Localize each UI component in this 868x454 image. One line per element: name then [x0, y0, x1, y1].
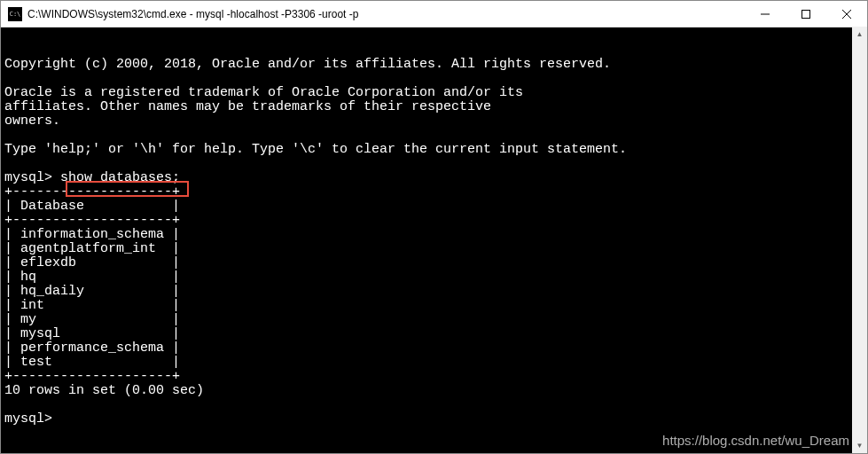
- cmd-window: C:\WINDOWS\system32\cmd.exe - mysql -hlo…: [0, 0, 868, 454]
- vertical-scrollbar[interactable]: ▲ ▼: [852, 27, 867, 453]
- result-line: 10 rows in set (0.00 sec): [4, 383, 204, 398]
- table-row: | agentplatform_int |: [4, 241, 180, 256]
- terminal[interactable]: Copyright (c) 2000, 2018, Oracle and/or …: [1, 27, 867, 453]
- maximize-icon: [802, 10, 810, 19]
- scroll-up-arrow-icon[interactable]: ▲: [852, 27, 867, 42]
- table-row: | eflexdb |: [4, 255, 180, 270]
- cmd-icon: [8, 7, 22, 21]
- window-controls: [745, 1, 867, 27]
- titlebar: C:\WINDOWS\system32\cmd.exe - mysql -hlo…: [1, 1, 867, 27]
- maximize-button[interactable]: [786, 1, 826, 27]
- terminal-content: Copyright (c) 2000, 2018, Oracle and/or …: [4, 58, 864, 427]
- mysql-prompt-2: mysql>: [4, 411, 52, 427]
- trademark-line-3: owners.: [4, 114, 60, 129]
- table-row: | hq |: [4, 270, 180, 285]
- trademark-line-1: Oracle is a registered trademark of Orac…: [4, 85, 523, 100]
- table-border-top: +--------------------+: [4, 184, 180, 200]
- minimize-icon: [761, 10, 770, 19]
- copyright-line: Copyright (c) 2000, 2018, Oracle and/or …: [4, 57, 611, 72]
- svg-rect-1: [802, 10, 810, 18]
- table-border-bot: +--------------------+: [4, 369, 180, 384]
- help-line: Type 'help;' or '\h' for help. Type '\c'…: [4, 142, 627, 157]
- table-row: | mysql |: [4, 326, 180, 341]
- mysql-prompt: mysql>: [4, 170, 52, 185]
- table-border-mid: +--------------------+: [4, 213, 180, 228]
- close-icon: [842, 10, 851, 19]
- table-row: | performance_schema |: [4, 340, 180, 356]
- command-text: show databases;: [52, 170, 180, 185]
- watermark: https://blog.csdn.net/wu_Dream: [662, 434, 849, 448]
- minimize-button[interactable]: [745, 1, 786, 27]
- trademark-line-2: affiliates. Other names may be trademark…: [4, 99, 491, 114]
- window-title: C:\WINDOWS\system32\cmd.exe - mysql -hlo…: [27, 8, 745, 20]
- table-row: | int |: [4, 298, 180, 313]
- table-row: | my |: [4, 312, 180, 327]
- close-button[interactable]: [826, 1, 867, 27]
- table-row: | hq_daily |: [4, 284, 180, 299]
- table-row: | information_schema |: [4, 227, 180, 242]
- table-header: | Database |: [4, 199, 180, 214]
- scroll-down-arrow-icon[interactable]: ▼: [852, 438, 867, 453]
- table-row: | test |: [4, 355, 180, 370]
